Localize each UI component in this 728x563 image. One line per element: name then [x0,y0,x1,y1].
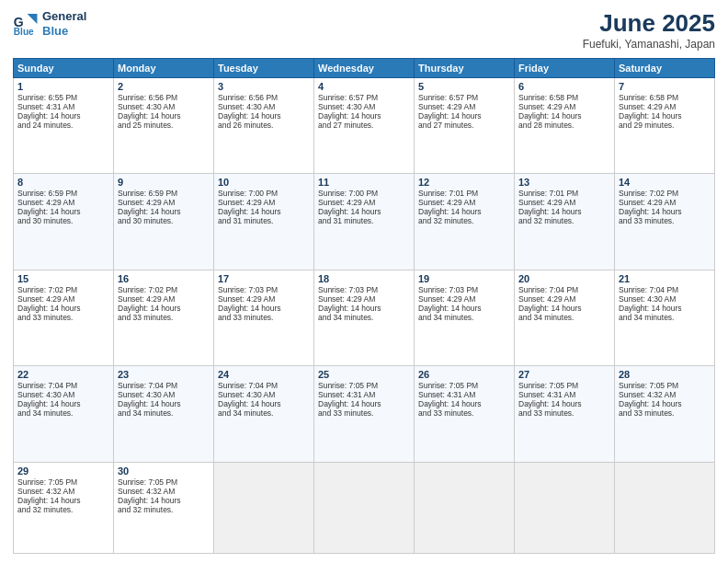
calendar-day-cell [314,462,415,553]
calendar-day-cell: 7 Sunrise: 6:58 PM Sunset: 4:29 AM Dayli… [615,78,715,174]
calendar-day-cell [515,462,615,553]
daylight-line: Daylight: 14 hours [218,207,281,216]
sunset-line: Sunset: 4:31 AM [518,390,575,399]
sunset-line: Sunset: 4:29 AM [118,198,175,207]
calendar-day-cell: 10 Sunrise: 7:00 PM Sunset: 4:29 AM Dayl… [214,174,314,270]
daylight-cont: and 34 minutes. [118,408,173,418]
sunset-line: Sunset: 4:30 AM [118,102,175,111]
calendar-day-cell: 19 Sunrise: 7:03 PM Sunset: 4:29 AM Dayl… [415,270,515,365]
calendar-week-row: 1 Sunrise: 6:55 PM Sunset: 4:31 AM Dayli… [14,78,715,174]
sunrise-line: Sunrise: 6:59 PM [118,189,177,198]
sunset-line: Sunset: 4:30 AM [118,390,175,399]
daylight-line: Daylight: 14 hours [418,207,482,216]
day-number: 9 [118,177,210,188]
day-number: 10 [218,177,310,188]
calendar-day-cell: 14 Sunrise: 7:02 PM Sunset: 4:29 AM Dayl… [615,174,715,270]
day-number: 30 [118,465,210,477]
sunrise-line: Sunrise: 6:58 PM [518,93,578,102]
daylight-line: Daylight: 14 hours [418,111,482,121]
daylight-line: Daylight: 14 hours [418,399,482,408]
day-number: 5 [418,81,510,92]
calendar-week-row: 15 Sunrise: 7:02 PM Sunset: 4:29 AM Dayl… [14,270,715,365]
daylight-cont: and 34 minutes. [518,313,574,322]
daylight-cont: and 33 minutes. [318,408,373,418]
calendar-day-cell: 12 Sunrise: 7:01 PM Sunset: 4:29 AM Dayl… [415,174,515,270]
daylight-cont: and 33 minutes. [518,408,574,418]
sunrise-line: Sunrise: 6:58 PM [619,93,678,102]
day-number: 28 [619,369,711,380]
logo-line2: Blue [42,24,86,39]
calendar-day-cell [214,462,314,553]
daylight-line: Daylight: 14 hours [17,111,81,121]
page: G Blue General Blue June 2025 Fuefuki, Y… [0,0,728,563]
sunset-line: Sunset: 4:29 AM [17,294,74,304]
daylight-line: Daylight: 14 hours [518,304,582,313]
day-number: 26 [418,369,510,380]
daylight-cont: and 33 minutes. [619,216,674,225]
sunrise-line: Sunrise: 6:56 PM [118,93,177,102]
day-number: 12 [418,177,510,188]
daylight-line: Daylight: 14 hours [17,207,81,216]
sunrise-line: Sunrise: 6:57 PM [418,93,478,102]
daylight-line: Daylight: 14 hours [218,399,281,408]
daylight-line: Daylight: 14 hours [17,304,81,313]
day-number: 20 [518,273,610,284]
sunrise-line: Sunrise: 6:55 PM [17,93,77,102]
sunrise-line: Sunrise: 7:01 PM [518,189,578,198]
daylight-line: Daylight: 14 hours [218,304,281,313]
calendar-day-cell: 28 Sunrise: 7:05 PM Sunset: 4:32 AM Dayl… [615,366,715,462]
calendar-day-cell: 6 Sunrise: 6:58 PM Sunset: 4:29 AM Dayli… [515,78,615,174]
sunset-line: Sunset: 4:30 AM [318,102,375,111]
daylight-cont: and 26 minutes. [218,121,273,130]
sunrise-line: Sunrise: 7:05 PM [118,477,177,487]
daylight-line: Daylight: 14 hours [17,399,81,408]
sunrise-line: Sunrise: 7:03 PM [318,285,378,294]
day-number: 11 [318,177,410,188]
sunset-line: Sunset: 4:30 AM [619,294,676,304]
sunset-line: Sunset: 4:29 AM [418,198,475,207]
sunrise-line: Sunrise: 7:05 PM [418,381,478,390]
daylight-cont: and 32 minutes. [418,216,473,225]
calendar-week-row: 8 Sunrise: 6:59 PM Sunset: 4:29 AM Dayli… [14,174,715,270]
calendar-day-cell: 29 Sunrise: 7:05 PM Sunset: 4:32 AM Dayl… [14,462,114,553]
calendar-day-cell: 13 Sunrise: 7:01 PM Sunset: 4:29 AM Dayl… [515,174,615,270]
calendar-day-cell: 8 Sunrise: 6:59 PM Sunset: 4:29 AM Dayli… [14,174,114,270]
day-number: 18 [318,273,410,284]
sunset-line: Sunset: 4:29 AM [518,294,575,304]
day-number: 13 [518,177,610,188]
weekday-header: Thursday [415,59,515,78]
sunset-line: Sunset: 4:29 AM [518,102,575,111]
logo: G Blue General Blue [13,9,86,38]
sunrise-line: Sunrise: 7:02 PM [619,189,678,198]
daylight-line: Daylight: 14 hours [418,304,482,313]
sunset-line: Sunset: 4:31 AM [17,102,74,111]
sunrise-line: Sunrise: 7:05 PM [619,381,678,390]
daylight-cont: and 31 minutes. [218,216,273,225]
calendar-week-row: 29 Sunrise: 7:05 PM Sunset: 4:32 AM Dayl… [14,462,715,553]
daylight-cont: and 27 minutes. [418,121,473,130]
daylight-line: Daylight: 14 hours [318,207,381,216]
day-number: 17 [218,273,310,284]
daylight-cont: and 34 minutes. [17,408,73,418]
daylight-cont: and 28 minutes. [518,121,574,130]
sunset-line: Sunset: 4:31 AM [418,390,475,399]
calendar-table: SundayMondayTuesdayWednesdayThursdayFrid… [13,58,715,554]
daylight-cont: and 33 minutes. [118,313,173,322]
daylight-cont: and 34 minutes. [619,313,674,322]
sunrise-line: Sunrise: 7:01 PM [418,189,478,198]
daylight-cont: and 33 minutes. [619,408,674,418]
calendar-day-cell: 4 Sunrise: 6:57 PM Sunset: 4:30 AM Dayli… [314,78,415,174]
calendar-week-row: 22 Sunrise: 7:04 PM Sunset: 4:30 AM Dayl… [14,366,715,462]
sunrise-line: Sunrise: 7:00 PM [318,189,378,198]
daylight-line: Daylight: 14 hours [118,207,181,216]
sunset-line: Sunset: 4:29 AM [619,102,676,111]
day-number: 23 [118,369,210,380]
sunrise-line: Sunrise: 7:02 PM [118,285,177,294]
day-number: 16 [118,273,210,284]
calendar-day-cell: 9 Sunrise: 6:59 PM Sunset: 4:29 AM Dayli… [114,174,214,270]
calendar-day-cell: 22 Sunrise: 7:04 PM Sunset: 4:30 AM Dayl… [14,366,114,462]
calendar-day-cell: 3 Sunrise: 6:56 PM Sunset: 4:30 AM Dayli… [214,78,314,174]
sunrise-line: Sunrise: 7:04 PM [518,285,578,294]
day-number: 25 [318,369,410,380]
sunrise-line: Sunrise: 7:03 PM [218,285,278,294]
